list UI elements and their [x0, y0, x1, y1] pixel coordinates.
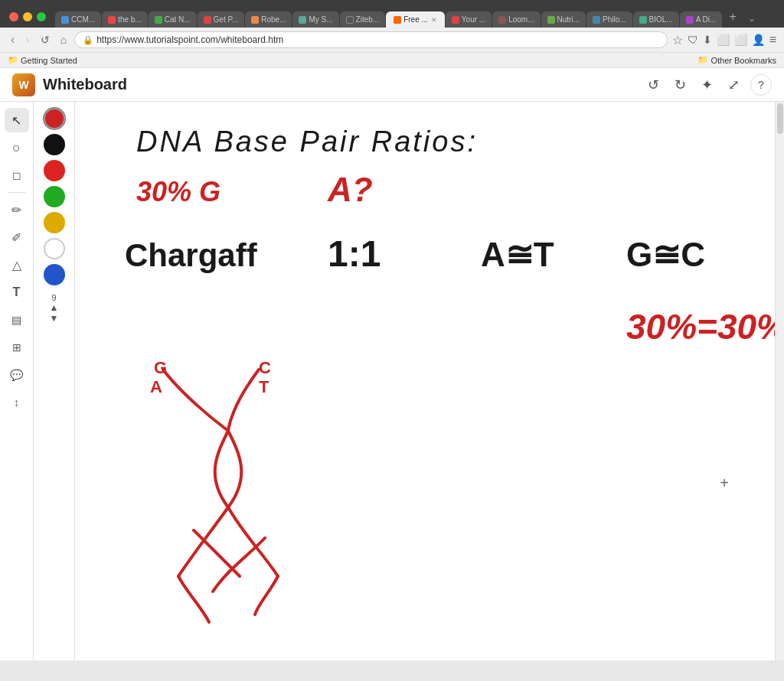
tab[interactable]: Nutri... — [541, 11, 586, 28]
redo-button[interactable]: ↻ — [670, 73, 691, 96]
help-button[interactable]: ? — [750, 74, 772, 96]
move-tool[interactable]: ↕ — [5, 390, 29, 415]
app: W Whiteboard ↺ ↻ ✦ ⤢ ? ↖ ○ ◻ ✏ ✐ △ T ▤ ⊞… — [0, 68, 784, 660]
tab[interactable]: Loom... — [492, 11, 540, 28]
browser-chrome: CCM... the b... Cat N... Get P... Robe..… — [0, 0, 784, 68]
menu-button[interactable]: ≡ — [769, 33, 776, 47]
pointer-tool-button[interactable]: ✦ — [697, 73, 717, 96]
brush-size-down[interactable]: ▼ — [50, 313, 59, 324]
svg-text:1:1: 1:1 — [328, 233, 381, 274]
left-toolbar: ↖ ○ ◻ ✏ ✐ △ T ▤ ⊞ 💬 ↕ — [0, 102, 34, 660]
tab[interactable]: the b... — [102, 11, 148, 28]
pencil-tool[interactable]: ✐ — [5, 225, 29, 249]
app-header-right: ↺ ↻ ✦ ⤢ ? — [643, 73, 772, 96]
tab[interactable]: Philo... — [586, 11, 632, 28]
app-logo: W — [12, 73, 35, 96]
active-tab[interactable]: Free ... ✕ — [386, 11, 445, 28]
main-area: ↖ ○ ◻ ✏ ✐ △ T ▤ ⊞ 💬 ↕ 9 ▲ ▼ — [0, 102, 784, 660]
bookmark-button[interactable]: ☆ — [672, 33, 683, 47]
app-header: W Whiteboard ↺ ↻ ✦ ⤢ ? — [0, 68, 784, 102]
svg-text:A?: A? — [327, 171, 373, 208]
tab-bar: CCM... the b... Cat N... Get P... Robe..… — [55, 6, 775, 28]
address-bar-row: ‹ › ↺ ⌂ 🔒 https://www.tutorialspoint.com… — [0, 28, 784, 53]
brush-size-up[interactable]: ▲ — [50, 302, 59, 313]
minimize-button[interactable] — [23, 12, 32, 21]
select-tool[interactable]: ↖ — [5, 108, 29, 132]
svg-text:C: C — [259, 358, 271, 377]
new-tab-button[interactable]: + — [723, 6, 742, 28]
app-header-left: W Whiteboard — [12, 73, 127, 96]
color-swatch-red[interactable] — [44, 160, 65, 181]
bookmark-getting-started[interactable]: 📁 Getting Started — [8, 55, 77, 65]
traffic-lights — [9, 12, 46, 21]
tab[interactable]: Ziteb... — [340, 11, 386, 28]
url-text: https://www.tutorialspoint.com/whiteboar… — [96, 34, 659, 45]
svg-text:A≅T: A≅T — [481, 236, 554, 273]
other-bookmarks[interactable]: 📁 Other Bookmarks — [697, 55, 776, 65]
back-button[interactable]: ‹ — [8, 31, 18, 48]
brush-size-display: 9 ▲ ▼ — [50, 293, 59, 324]
toolbar-divider — [8, 192, 26, 193]
app-title: Whiteboard — [43, 76, 127, 93]
color-palette: 9 ▲ ▼ — [34, 102, 75, 660]
toolbar-icons: 🛡 ⬇ ⬜ ⬜ 👤 ≡ — [688, 33, 776, 47]
downloads-button[interactable]: ⬇ — [703, 34, 712, 46]
color-swatch-black[interactable] — [44, 134, 65, 155]
right-scrollbar[interactable] — [775, 102, 784, 660]
extensions2-button[interactable]: ⬜ — [734, 34, 747, 46]
tab[interactable]: CCM... — [55, 11, 101, 28]
close-button[interactable] — [9, 12, 18, 21]
tab[interactable]: A Di... — [680, 11, 723, 28]
svg-text:A: A — [150, 377, 162, 396]
color-swatch-yellow[interactable] — [44, 212, 65, 233]
shapes-tool[interactable]: △ — [5, 253, 29, 277]
folder-icon: 📁 — [697, 55, 708, 65]
chat-tool[interactable]: 💬 — [5, 363, 29, 387]
color-swatch-red-dark[interactable] — [44, 108, 65, 129]
layers-tool[interactable]: ⊞ — [5, 335, 29, 360]
tab[interactable]: BIOL... — [633, 11, 679, 28]
svg-text:T: T — [259, 377, 270, 396]
circle-tool[interactable]: ○ — [5, 135, 29, 160]
address-bar[interactable]: 🔒 https://www.tutorialspoint.com/whitebo… — [74, 31, 668, 48]
folder-icon: 📁 — [8, 55, 18, 65]
color-swatch-blue[interactable] — [44, 264, 65, 285]
pen-tool[interactable]: ✏ — [5, 197, 29, 222]
home-button[interactable]: ⌂ — [57, 32, 70, 47]
scrollbar-thumb[interactable] — [777, 103, 783, 134]
svg-text:30% G: 30% G — [136, 176, 220, 207]
forward-button[interactable]: › — [22, 31, 32, 48]
tab[interactable]: Robe... — [245, 11, 292, 28]
svg-text:DNA  Base Pair Ratios:: DNA Base Pair Ratios: — [136, 125, 478, 158]
text-tool[interactable]: T — [5, 280, 29, 305]
tab[interactable]: My S... — [292, 11, 338, 28]
whiteboard-canvas: DNA Base Pair Ratios: 30% G A? Chargaff … — [75, 102, 775, 660]
tab-overflow-button[interactable]: ⌄ — [743, 9, 760, 28]
tab[interactable]: Cat N... — [149, 11, 197, 28]
reload-button[interactable]: ↺ — [38, 32, 53, 47]
lock-icon: 🔒 — [83, 35, 93, 45]
svg-text:Chargaff: Chargaff — [125, 237, 258, 273]
svg-text:G: G — [154, 358, 167, 377]
image-tool[interactable]: ▤ — [5, 308, 29, 332]
svg-text:G≅C: G≅C — [626, 236, 705, 273]
tab[interactable]: Get P... — [198, 11, 245, 28]
brush-size-value: 9 — [51, 293, 56, 302]
color-swatch-green[interactable] — [44, 186, 65, 207]
eraser-tool[interactable]: ◻ — [5, 163, 29, 187]
account-button[interactable]: 👤 — [752, 34, 765, 46]
color-swatch-white[interactable] — [44, 238, 65, 259]
bookmarks-bar: 📁 Getting Started 📁 Other Bookmarks — [0, 53, 784, 68]
svg-text:30%=30%: 30%=30% — [626, 307, 775, 347]
undo-button[interactable]: ↺ — [643, 73, 664, 96]
maximize-button[interactable] — [37, 12, 46, 21]
fullscreen-button[interactable]: ⤢ — [724, 73, 744, 96]
extensions-button[interactable]: 🛡 — [688, 34, 698, 46]
canvas-area[interactable]: DNA Base Pair Ratios: 30% G A? Chargaff … — [75, 102, 775, 660]
tab[interactable]: Your ... — [446, 11, 492, 28]
profile-button[interactable]: ⬜ — [717, 34, 730, 46]
